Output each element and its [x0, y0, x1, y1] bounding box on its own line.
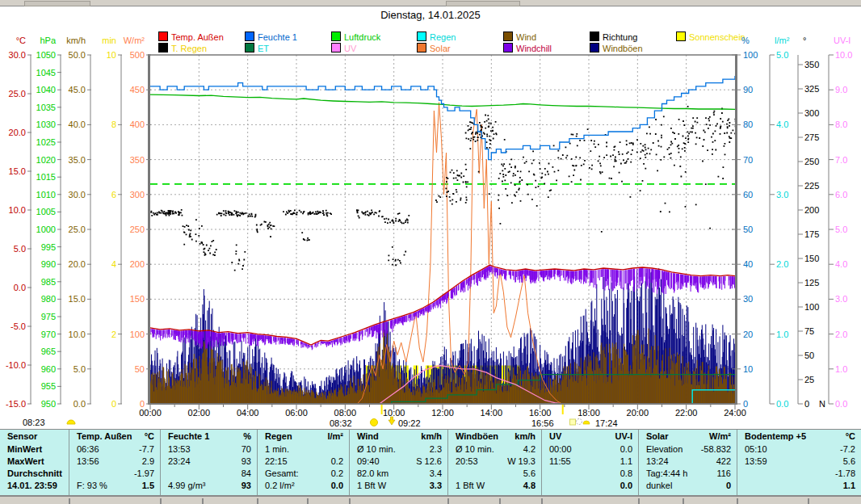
table-row-label: 14.01. 23:59	[0, 480, 69, 492]
axis-tick-label: 9.0	[835, 85, 847, 94]
axis-tick-label: 300	[804, 108, 819, 118]
footer-separator	[69, 498, 70, 504]
row-time: 13:59	[745, 456, 767, 468]
footer-separator	[160, 498, 162, 504]
footer-separator	[499, 498, 501, 504]
weather-chart: °C30.025.020.015.010.05.00.0-5.0-10.0-15…	[0, 0, 861, 428]
row-time: Tag:4:44 h	[646, 468, 687, 480]
row-value: 93	[242, 480, 251, 492]
table-group-sensor: SensorMinWertMaxWertDurchschnitt14.01. 2…	[0, 430, 69, 495]
row-value: 2.3	[430, 443, 442, 456]
axis-tick-label: -5.0	[10, 321, 26, 331]
row-value: 1.1	[843, 480, 855, 492]
row-label: MaxWert	[7, 456, 44, 468]
table-row: Tag:4:44 h116	[639, 468, 737, 480]
table-header-row: Bodentemp +5°C	[737, 430, 861, 443]
table-row: 13:5370	[161, 443, 257, 456]
row-value: 0.0	[331, 480, 343, 492]
row-value: 5.6	[523, 468, 536, 480]
footer-separator	[808, 498, 809, 504]
row-value: 4.2	[523, 443, 536, 456]
axis-tick-label: 985	[41, 277, 56, 287]
window-bottom-strip	[0, 496, 861, 504]
axis-tick-label: 70	[743, 155, 753, 165]
axis-tick-label: 7.0	[835, 155, 847, 165]
table-row: 0.2 l/m²0.0	[258, 480, 349, 492]
x-tick-label: 20:00	[627, 408, 649, 418]
table-row: 1 Bft W4.8	[448, 480, 541, 492]
axis-tick-label: 10	[107, 50, 116, 60]
row-value: S 12.6	[416, 456, 442, 468]
axis-kmh: km/h50.045.040.035.030.025.020.015.010.0…	[66, 36, 91, 409]
axis-tick-label: 45.0	[69, 85, 86, 94]
row-value: 0.8	[620, 468, 632, 480]
sunrise-time-label: 08:23	[23, 418, 45, 427]
row-value: 5.6	[843, 456, 855, 468]
x-tick-label: 08:00	[334, 408, 357, 418]
axis-wm2: W/m²500450400350300250200150100500	[124, 36, 151, 409]
table-row: 5.6	[448, 468, 541, 480]
row-value: 2.9	[142, 456, 154, 468]
footer-separator	[307, 498, 309, 504]
axis-tick-label: 50	[743, 225, 753, 234]
footer-separator	[349, 498, 351, 504]
row-time: 1 Bft W	[357, 480, 386, 492]
axis-tick-label: 1045	[36, 68, 56, 78]
table-row: 09:40S 12.6	[350, 456, 447, 468]
sun-event-time-label: 09:22	[398, 418, 421, 428]
axis-unit-label: UV-I	[834, 36, 850, 45]
axis-tick-label: 950	[41, 399, 56, 409]
axis-tick-label: 30	[743, 294, 753, 304]
column-label: Temp. Außen	[77, 430, 132, 443]
axis-tick-label: 500	[130, 50, 145, 60]
row-label: MinWert	[7, 443, 42, 456]
axis-tick-label: 30.0	[69, 190, 86, 200]
axis-tick-label: 125	[804, 278, 819, 288]
row-time: 0.2 l/m²	[265, 480, 295, 492]
axis-tick-label: 30.0	[9, 50, 26, 60]
axis-tick-label: 200	[130, 259, 145, 269]
row-value: 1.1	[620, 456, 632, 468]
row-time: 11:55	[549, 456, 571, 468]
arrow-down-icon	[388, 417, 395, 425]
row-value: -7.7	[139, 443, 154, 456]
table-row-label: Sensor	[0, 430, 69, 443]
row-time: 23:24	[168, 456, 191, 468]
table-header-row: Feuchte 1%	[161, 430, 257, 443]
x-tick-label: 24:00	[724, 408, 746, 418]
column-label: Feuchte 1	[168, 430, 209, 443]
table-row: 4.99 g/m³93	[161, 480, 257, 492]
axis-tick-label: 0	[111, 399, 116, 409]
statistics-table: SensorMinWertMaxWertDurchschnitt14.01. 2…	[0, 429, 861, 496]
row-value: -58.832	[701, 443, 731, 456]
table-header-row: UVUV-I	[542, 430, 638, 443]
table-row: 22:150.2	[258, 456, 349, 468]
axis-tick-label: 150	[130, 294, 145, 304]
row-label: Durchschnitt	[7, 468, 62, 480]
axis-north-label: N	[819, 399, 825, 409]
row-label: 14.01. 23:59	[7, 480, 57, 492]
column-unit: °C	[145, 430, 154, 443]
table-row: -1.97	[69, 468, 160, 480]
table-row-label: MinWert	[0, 443, 69, 456]
axis-lm2: l/m²5.04.03.02.01.00.0	[770, 36, 790, 409]
axis-tick-label: 1050	[36, 50, 56, 60]
row-value: 3.3	[430, 480, 442, 492]
row-value: 84	[242, 468, 251, 480]
column-label: UV	[549, 430, 561, 443]
table-group-bodentemp-5: Bodentemp +5°C05:10-7.213:595.6-1.781.1	[737, 430, 861, 495]
table-header-row: Regenl/m²	[258, 430, 349, 443]
footer-separator	[447, 498, 449, 504]
sun-event-time-label: 17:24	[595, 418, 618, 428]
axis-tick-label: 90	[743, 85, 753, 94]
table-row-label: Durchschnitt	[0, 468, 69, 480]
table-row: 0.0	[542, 480, 638, 492]
axis-tick-label: 3.0	[835, 294, 847, 304]
axis-tick-label: 80	[743, 120, 753, 129]
column-unit: %	[243, 430, 251, 443]
axis-tick-label: 5.0	[14, 244, 26, 254]
table-group-uv: UVUV-I00:000.011:551.10.80.0	[541, 430, 638, 495]
row-time: 22:15	[265, 456, 288, 468]
axis-uvi: UV-I10.09.08.07.06.05.04.03.02.01.00.0	[829, 36, 852, 409]
axis-unit-label: %	[741, 36, 750, 45]
